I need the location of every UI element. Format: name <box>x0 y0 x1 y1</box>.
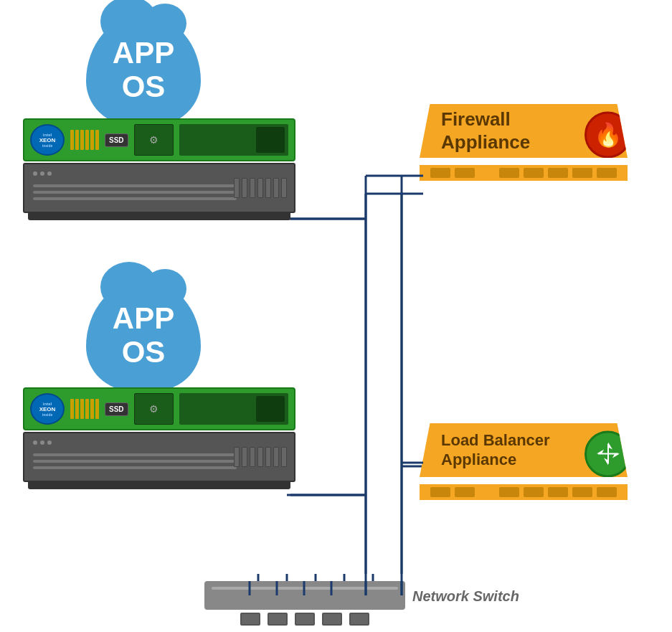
firewall-icon: 🔥 <box>585 111 631 158</box>
ssd-badge-1: SSD <box>105 133 128 147</box>
app-os-label-2: APP OS <box>113 302 174 368</box>
switch-port-2 <box>268 613 288 626</box>
switch-port-4 <box>322 613 342 626</box>
firewall-base <box>420 165 628 181</box>
ram-slots-1 <box>70 130 99 150</box>
network-switch: Network Switch <box>204 581 405 626</box>
ram-slots-2 <box>70 399 99 419</box>
ssd-badge-2: SSD <box>105 402 128 416</box>
lb-arrow-icon <box>594 440 623 468</box>
lb-trapezoid: Load Balancer Appliance <box>420 423 628 477</box>
server-board-2: intel XEON inside SSD ⚙ <box>23 387 295 430</box>
firewall-label: Firewall Appliance <box>441 108 530 153</box>
intel-badge-1: intel XEON inside <box>30 124 65 156</box>
app-os-label-1: APP OS <box>113 37 174 103</box>
network-diagram: APP OS intel XEON inside SSD ⚙ <box>0 0 672 632</box>
lb-label: Load Balancer Appliance <box>441 431 550 469</box>
intel-badge-2: intel XEON inside <box>30 393 65 425</box>
switch-port-1 <box>240 613 260 626</box>
switch-port-3 <box>295 613 315 626</box>
lb-base <box>420 484 628 500</box>
server-unit-1: intel XEON inside SSD ⚙ <box>23 118 295 213</box>
switch-body <box>212 587 398 590</box>
lb-icon <box>585 430 631 477</box>
firewall-appliance: Firewall Appliance 🔥 <box>420 104 628 181</box>
pcie-card-1: ⚙ <box>134 124 174 156</box>
app-os-cloud-2: APP OS <box>86 280 201 391</box>
network-switch-label: Network Switch <box>412 588 519 605</box>
server-board-1: intel XEON inside SSD ⚙ <box>23 118 295 161</box>
server-chassis-1 <box>23 163 295 213</box>
load-balancer-appliance: Load Balancer Appliance <box>420 423 628 500</box>
server-chassis-2 <box>23 432 295 482</box>
app-os-cloud-1: APP OS <box>86 14 201 126</box>
switch-port-5 <box>349 613 369 626</box>
pcie-card-2: ⚙ <box>134 393 174 425</box>
firewall-trapezoid: Firewall Appliance 🔥 <box>420 104 628 158</box>
server-unit-2: intel XEON inside SSD ⚙ <box>23 387 295 482</box>
